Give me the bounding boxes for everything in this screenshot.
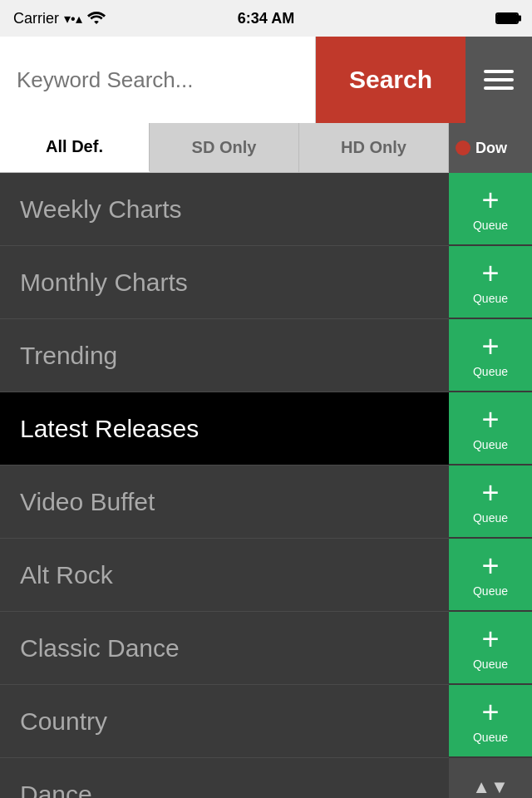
status-time: 6:34 AM [238, 10, 294, 27]
nav-item-latest-releases[interactable]: Latest Releases [0, 392, 449, 466]
plus-icon: + [481, 405, 499, 435]
download-dot [456, 140, 470, 155]
plus-icon: + [481, 478, 499, 508]
queue-button-5[interactable]: + Queue [449, 539, 532, 612]
plus-icon: + [481, 259, 499, 288]
queue-button-7[interactable]: + Queue [449, 685, 532, 758]
main-content: Weekly Charts Monthly Charts Trending La… [0, 173, 532, 798]
filter-download-row: All Def. SD Only HD Only Dow [0, 123, 532, 173]
search-button[interactable]: Search [316, 37, 466, 123]
download-bar: Dow [449, 123, 532, 173]
tab-sd-only[interactable]: SD Only [150, 123, 299, 172]
nav-item-alt-rock[interactable]: Alt Rock [0, 539, 449, 612]
plus-icon: + [481, 697, 499, 727]
nav-item-trending[interactable]: Trending [0, 319, 449, 392]
battery-indicator [495, 12, 519, 24]
queue-button-6[interactable]: + Queue [449, 612, 532, 685]
plus-icon: + [481, 624, 499, 654]
queue-button-3[interactable]: + Queue [449, 392, 532, 466]
tab-hd-only[interactable]: HD Only [299, 123, 449, 172]
queue-button-2[interactable]: + Queue [449, 319, 532, 392]
sort-arrows-icon: ▲▼ [472, 776, 509, 798]
hamburger-icon [484, 70, 514, 90]
plus-icon: + [481, 185, 499, 215]
nav-item-country[interactable]: Country [0, 685, 449, 758]
nav-item-classic-dance[interactable]: Classic Dance [0, 612, 449, 685]
queue-button-4[interactable]: + Queue [449, 466, 532, 539]
plus-icon: + [481, 551, 499, 581]
filter-tabs: All Def. SD Only HD Only [0, 123, 449, 173]
status-bar: Carrier ▾•▴ 6:34 AM [0, 0, 532, 37]
search-input[interactable] [17, 67, 298, 93]
menu-button[interactable] [466, 37, 532, 123]
nav-list: Weekly Charts Monthly Charts Trending La… [0, 173, 449, 798]
search-input-container[interactable] [0, 37, 316, 123]
wifi-icon: ▾•▴ [64, 11, 82, 27]
right-panel: + Queue + Queue + Queue + Queue + Queue … [449, 173, 532, 798]
search-bar: Search [0, 37, 532, 123]
nav-item-video-buffet[interactable]: Video Buffet [0, 466, 449, 539]
sort-button[interactable]: ▲▼ Sort List [449, 758, 532, 798]
tab-all-def[interactable]: All Def. [0, 123, 150, 172]
queue-button-1[interactable]: + Queue [449, 246, 532, 319]
wifi-icon [87, 12, 106, 25]
queue-button-0[interactable]: + Queue [449, 173, 532, 246]
download-label: Dow [475, 140, 507, 157]
nav-item-monthly-charts[interactable]: Monthly Charts [0, 246, 449, 319]
plus-icon: + [481, 332, 499, 362]
nav-item-dance[interactable]: Dance [0, 758, 449, 798]
carrier-label: Carrier ▾•▴ [13, 10, 106, 27]
nav-item-weekly-charts[interactable]: Weekly Charts [0, 173, 449, 246]
